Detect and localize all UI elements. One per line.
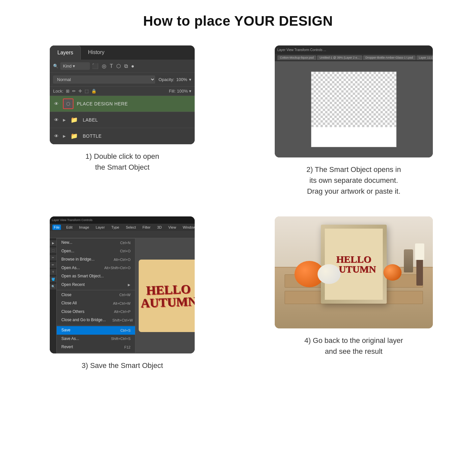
artwork-preview: HELLOAUTUMN [135, 238, 195, 353]
menu-view[interactable]: View [167, 225, 178, 230]
menu-edit[interactable]: Edit [65, 225, 74, 230]
layer-bottle[interactable]: 👁 ▶ 📁 BOTTLE [50, 128, 195, 144]
menu-filter[interactable]: Filter [141, 225, 152, 230]
file-menu-panel: Layer View Transform Controls File Edit … [50, 216, 195, 353]
menu-file[interactable]: File [52, 225, 61, 230]
steps-grid: Layers History 🔍 Kind ▾ ⬛ ◎ T ⬡ ⧉ ● [20, 45, 456, 371]
step-4-cell: HELLOAUTUMN 4) Go back to the original l… [251, 216, 457, 371]
lock-all-icon[interactable]: 🔒 [91, 89, 97, 94]
menu-item-browse[interactable]: Browse in Bridge... Alt+Ctrl+O [57, 255, 135, 264]
doc-tab-3[interactable]: Dropper-Bottle-Amber-Glass-1 t.psd [363, 55, 416, 60]
pumpkin-white [318, 264, 341, 284]
layer-label[interactable]: 👁 ▶ 📁 LABEL [50, 112, 195, 128]
normal-row: Normal Opacity: 100% ▾ [50, 73, 195, 87]
lock-pixels-icon[interactable]: ✏ [72, 89, 76, 94]
doc-tab-2[interactable]: Untitled-1 @ 39% (Layer 2 e... [317, 55, 362, 60]
menu-item-opensmart[interactable]: Open as Smart Object... [57, 272, 135, 281]
artwork-card: HELLOAUTUMN [139, 260, 195, 332]
menu-item-openas[interactable]: Open As... Alt+Shift+Ctrl+O [57, 264, 135, 272]
menu-item-revert[interactable]: Revert F12 [57, 343, 135, 351]
layers-panel: Layers History 🔍 Kind ▾ ⬛ ◎ T ⬡ ⧉ ● [50, 45, 195, 144]
caption-2: 2) The Smart Object opens in its own sep… [306, 164, 401, 197]
layer-2-name: LABEL [83, 117, 98, 123]
menu-item-saveas[interactable]: Save As... Shift+Ctrl+S [57, 335, 135, 343]
menu-image[interactable]: Image [78, 225, 91, 230]
vase [404, 249, 413, 272]
lock-transparent-icon[interactable]: ⊞ [66, 89, 70, 94]
ps-tabs: Layers History [50, 45, 195, 60]
folder-icon-2: 📁 [69, 115, 79, 125]
menu-content: ▶ ⬚ ✂ ✏ T 🪣 🔍 New... Ctrl+N Open... Ctr [50, 238, 195, 353]
circle-icon: ● [131, 63, 134, 69]
menu-layer[interactable]: Layer [95, 225, 106, 230]
tool-1[interactable]: ▶ [50, 240, 56, 246]
doc-tab-1[interactable]: Cotton-Mockup-liquor.psd [277, 55, 317, 60]
tool-3[interactable]: ✂ [50, 255, 56, 261]
chevron-opacity-icon: ▾ [189, 77, 191, 82]
menu-item-label: Save [61, 328, 70, 333]
shortcut: Shift+Ctrl+S [111, 336, 130, 341]
menu-item-label: Open... [61, 249, 74, 254]
opacity-value: 100% [176, 77, 187, 82]
visibility-icon-1[interactable]: 👁 [53, 100, 60, 107]
blend-mode-select[interactable]: Normal [53, 75, 155, 84]
page-title: How to place YOUR DESIGN [20, 13, 456, 29]
expand-arrow-2[interactable]: ▶ [63, 118, 66, 122]
menu-item-closebridge[interactable]: Close and Go to Bridge... Shift+Ctrl+W [57, 316, 135, 324]
menu-item-label: New... [61, 240, 72, 245]
tool-7[interactable]: 🔍 [50, 284, 56, 290]
divider-1 [57, 290, 135, 290]
caption-4-line2: and see the result [304, 346, 403, 357]
lock-position-icon[interactable]: ✛ [78, 89, 82, 94]
pixel-icon: ⬛ [92, 63, 98, 69]
left-toolbar: ▶ ⬚ ✂ ✏ T 🪣 🔍 [50, 238, 56, 353]
menu-item-export[interactable]: Export ▶ [57, 353, 135, 353]
chevron-fill-icon: ▾ [189, 89, 191, 94]
shortcut: Alt+Shift+Ctrl+O [104, 266, 130, 270]
smart-object-document: Layer View Transform Controls ... Cotton… [275, 45, 433, 157]
menu-item-recent[interactable]: Open Recent ▶ [57, 281, 135, 289]
visibility-icon-3[interactable]: 👁 [53, 133, 60, 139]
tool-6[interactable]: 🪣 [50, 276, 56, 282]
kind-select[interactable]: Kind ▾ [60, 62, 90, 70]
menu-item-closeothers[interactable]: Close Others Alt+Ctrl+P [57, 308, 135, 316]
doc-tab-4[interactable]: Layer 1111111.psd @ 25% (Background Colo… [416, 55, 433, 60]
visibility-icon-2[interactable]: 👁 [53, 117, 60, 123]
menu-item-label: Open As... [61, 266, 80, 271]
menu-toolbar [50, 231, 195, 238]
doc-body [275, 61, 433, 157]
expand-arrow-3[interactable]: ▶ [63, 134, 66, 138]
menu-window[interactable]: Window [182, 225, 195, 230]
doc-topbar: Layer View Transform Controls ... [275, 45, 433, 54]
menu-3d[interactable]: 3D [156, 225, 163, 230]
step-3-cell: Layer View Transform Controls File Edit … [20, 216, 225, 371]
type-icon: T [110, 63, 113, 69]
menu-item-save[interactable]: Save Ctrl+S [57, 326, 135, 335]
search-icon: 🔍 [53, 64, 58, 69]
menu-type[interactable]: Type [110, 225, 121, 230]
layer-3-name: BOTTLE [83, 133, 101, 139]
lock-artboard-icon[interactable]: ⬚ [85, 89, 89, 94]
tool-2[interactable]: ⬚ [50, 247, 56, 253]
menu-item-close[interactable]: Close Ctrl+W [57, 291, 135, 299]
shortcut: F12 [124, 345, 130, 350]
smartobject-icon: ⧉ [124, 63, 128, 69]
tool-5[interactable]: T [50, 269, 56, 275]
menu-item-label: Open as Smart Object... [61, 274, 104, 279]
caption-2-line3: Drag your artwork or paste it. [306, 186, 401, 197]
shortcut: Ctrl+W [119, 293, 130, 297]
menu-item-closeall[interactable]: Close All Alt+Ctrl+W [57, 299, 135, 308]
tab-history[interactable]: History [81, 45, 112, 60]
caption-1-line2: the Smart Object [85, 162, 159, 173]
menu-item-label: Close Others [61, 309, 84, 315]
tool-4[interactable]: ✏ [50, 262, 56, 268]
menu-item-open[interactable]: Open... Ctrl+O [57, 247, 135, 256]
layer-place-design[interactable]: 👁 PLACE DESIGN HERE [50, 96, 195, 112]
file-dropdown: New... Ctrl+N Open... Ctrl+O Browse in B… [56, 238, 135, 353]
shortcut: Ctrl+S [120, 328, 130, 333]
menu-select[interactable]: Select [125, 225, 137, 230]
shortcut: Ctrl+N [120, 240, 130, 245]
chevron-down-icon: ▾ [73, 64, 75, 69]
tab-layers[interactable]: Layers [50, 45, 81, 60]
menu-item-new[interactable]: New... Ctrl+N [57, 238, 135, 247]
